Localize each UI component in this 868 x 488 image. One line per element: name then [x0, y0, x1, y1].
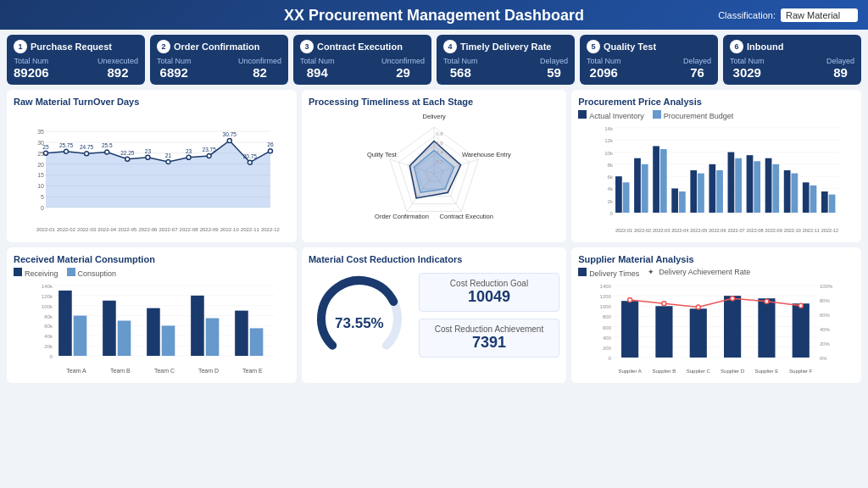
svg-text:Supplier E: Supplier E	[755, 369, 779, 374]
svg-text:140k: 140k	[42, 284, 53, 289]
kpi-card-5: 5 Quality Test Total Num 2096 Delayed 76	[580, 35, 718, 85]
charts-row-1: Raw Material TurnOver Days 0510152025303…	[0, 90, 868, 247]
cost-reduction-panel: Material Cost Reduction Indicators 73.55…	[302, 247, 566, 383]
svg-text:0: 0	[610, 211, 614, 216]
svg-text:23: 23	[186, 148, 192, 154]
turnover-chart-area: 051015202530352022-012022-022022-032022-…	[14, 110, 290, 235]
svg-text:2022-03: 2022-03	[77, 227, 97, 232]
svg-text:30.75: 30.75	[223, 131, 237, 137]
svg-text:5: 5	[41, 194, 44, 200]
svg-rect-101	[735, 158, 742, 213]
turnover-chart-panel: Raw Material TurnOver Days 0510152025303…	[7, 90, 297, 242]
svg-text:Supplier D: Supplier D	[721, 369, 745, 374]
svg-rect-109	[784, 170, 791, 213]
svg-rect-134	[58, 291, 72, 356]
svg-text:23.75: 23.75	[203, 147, 217, 152]
consumption-legend: Receiving Consuption	[14, 268, 290, 278]
svg-text:20: 20	[37, 162, 44, 168]
svg-point-191	[731, 297, 735, 301]
svg-text:15: 15	[37, 172, 44, 178]
svg-rect-113	[810, 186, 817, 213]
svg-text:0.6: 0.6	[436, 141, 443, 146]
svg-text:200: 200	[603, 346, 612, 351]
svg-text:100k: 100k	[42, 304, 53, 309]
svg-text:4k: 4k	[608, 186, 614, 191]
svg-rect-147	[250, 328, 264, 356]
svg-rect-95	[698, 174, 704, 213]
svg-text:0.2: 0.2	[436, 159, 443, 164]
svg-text:20.75: 20.75	[243, 153, 258, 159]
svg-rect-88	[653, 146, 659, 213]
svg-rect-181	[793, 303, 810, 358]
svg-text:25.75: 25.75	[59, 142, 74, 148]
supplier-chart-panel: Supplier Material Analysis Delivery Time…	[571, 247, 861, 383]
svg-text:Qulity Test: Qulity Test	[367, 151, 398, 158]
svg-rect-135	[74, 316, 87, 356]
svg-text:Team A: Team A	[66, 368, 86, 374]
svg-text:Supplier B: Supplier B	[653, 369, 676, 374]
svg-text:22.25: 22.25	[120, 150, 135, 156]
price-chart-area: 02k4k6k8k10k12k14k2022-012022-022022-032…	[578, 124, 854, 236]
svg-point-193	[798, 303, 803, 308]
svg-rect-89	[660, 149, 667, 213]
svg-rect-85	[634, 158, 641, 213]
svg-text:800: 800	[603, 314, 612, 319]
svg-text:Delivery: Delivery	[422, 113, 445, 120]
svg-text:2022-01: 2022-01	[36, 227, 56, 232]
price-chart-title: Procurement Price Analysis	[578, 97, 854, 107]
supplier-legend: Delivery Times ✦Delivery Achievement Rat…	[578, 268, 854, 278]
svg-text:0: 0	[50, 354, 53, 359]
svg-text:26: 26	[267, 141, 274, 147]
radar-chart-title: Processing Timeliness at Each Stage	[309, 97, 559, 107]
svg-text:2022-09: 2022-09	[765, 228, 782, 233]
svg-rect-175	[690, 308, 707, 358]
svg-point-190	[696, 305, 700, 309]
svg-text:Contract Execution: Contract Execution	[439, 213, 492, 220]
price-chart-panel: Procurement Price Analysis Actual Invent…	[571, 90, 861, 242]
svg-text:12k: 12k	[604, 138, 614, 143]
kpi-card-3: 3 Contract Execution Total Num 894 Uncon…	[293, 35, 431, 85]
svg-rect-116	[829, 195, 836, 213]
classification-dropdown[interactable]: Raw Material	[781, 8, 858, 22]
goal-box: Cost Reduction Goal 10049	[419, 273, 559, 312]
svg-text:2022-10: 2022-10	[220, 227, 240, 232]
svg-rect-138	[118, 321, 131, 357]
svg-text:2022-12: 2022-12	[261, 227, 281, 232]
kpi-row: 1 Purchase Request Total Num 89206 Unexe…	[0, 30, 868, 90]
svg-text:2022-05: 2022-05	[690, 228, 707, 233]
svg-text:10: 10	[37, 183, 44, 189]
svg-rect-115	[821, 191, 828, 213]
svg-text:100%: 100%	[820, 284, 833, 289]
svg-text:25: 25	[42, 144, 49, 150]
svg-text:Team D: Team D	[198, 368, 219, 374]
svg-rect-82	[615, 176, 622, 213]
svg-text:2022-08: 2022-08	[747, 228, 764, 233]
kpi-card-1: 1 Purchase Request Total Num 89206 Unexe…	[7, 35, 145, 85]
svg-text:6k: 6k	[608, 175, 614, 180]
classification-selector[interactable]: Classification: Raw Material	[718, 8, 858, 22]
svg-text:0: 0	[41, 205, 44, 211]
svg-text:2022-04: 2022-04	[97, 227, 117, 232]
svg-text:Team C: Team C	[154, 368, 175, 374]
svg-text:2022-05: 2022-05	[118, 227, 137, 232]
svg-point-32	[85, 152, 89, 156]
svg-text:20%: 20%	[820, 341, 831, 347]
svg-text:2022-07: 2022-07	[159, 227, 178, 232]
svg-rect-104	[754, 161, 760, 213]
svg-text:0.4: 0.4	[436, 150, 443, 155]
svg-text:2022-02: 2022-02	[634, 228, 651, 233]
svg-text:60%: 60%	[820, 313, 831, 318]
svg-point-40	[166, 160, 170, 164]
svg-text:2022-06: 2022-06	[709, 228, 726, 233]
svg-text:40k: 40k	[44, 334, 53, 339]
svg-rect-100	[728, 152, 735, 213]
svg-rect-179	[758, 298, 775, 358]
price-legend: Actual Inventory Procurement Budget	[578, 110, 854, 120]
svg-rect-171	[621, 301, 638, 358]
svg-text:2022-03: 2022-03	[653, 228, 670, 233]
consumption-chart-title: Received Material Consumption	[14, 254, 290, 264]
svg-text:2022-10: 2022-10	[784, 228, 801, 233]
goal-value: 10049	[428, 288, 550, 306]
achievement-box: Cost Reduction Achievement 7391	[419, 319, 559, 358]
supplier-chart-title: Supplier Material Analysis	[578, 254, 854, 264]
